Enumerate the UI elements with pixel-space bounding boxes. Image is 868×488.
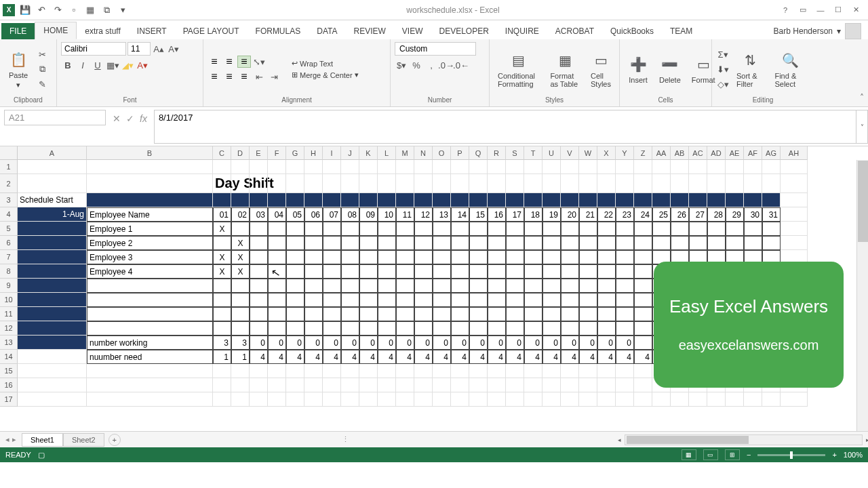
- cell[interactable]: 18: [524, 207, 542, 222]
- cell[interactable]: [579, 307, 597, 321]
- cell[interactable]: [433, 236, 451, 250]
- cell[interactable]: [726, 236, 744, 250]
- cell[interactable]: [506, 293, 524, 307]
- cell[interactable]: [524, 250, 542, 264]
- cell[interactable]: 4: [250, 350, 268, 364]
- cell[interactable]: [268, 236, 286, 250]
- cell[interactable]: [506, 364, 524, 378]
- cell[interactable]: [616, 364, 634, 378]
- outdent-icon[interactable]: ⇤: [252, 70, 266, 83]
- col-header[interactable]: L: [378, 146, 396, 160]
- cell[interactable]: [18, 378, 87, 392]
- cell[interactable]: [451, 378, 469, 392]
- cell[interactable]: 4: [451, 350, 469, 364]
- cell[interactable]: [433, 174, 451, 193]
- user-name[interactable]: Barb Henderson▾: [774, 23, 868, 39]
- cell[interactable]: [634, 378, 652, 392]
- cell[interactable]: 4: [396, 350, 414, 364]
- col-header[interactable]: P: [451, 146, 469, 160]
- cell[interactable]: [323, 364, 341, 378]
- cell[interactable]: 1-Aug: [18, 207, 87, 222]
- cell[interactable]: 0: [341, 336, 359, 350]
- cell[interactable]: [488, 174, 506, 193]
- cell[interactable]: [359, 174, 378, 193]
- cell[interactable]: 31: [762, 207, 781, 222]
- cell[interactable]: [597, 392, 616, 407]
- cell[interactable]: [396, 264, 414, 279]
- cell[interactable]: [744, 160, 762, 174]
- cell[interactable]: [286, 174, 304, 193]
- cell[interactable]: [451, 193, 469, 207]
- col-header[interactable]: D: [231, 146, 250, 160]
- format-as-table-button[interactable]: ▦Format as Table: [546, 49, 584, 89]
- cell[interactable]: [250, 293, 268, 307]
- cell[interactable]: [396, 392, 414, 407]
- cell[interactable]: [469, 293, 488, 307]
- cell[interactable]: 30: [744, 207, 762, 222]
- cell[interactable]: [652, 236, 671, 250]
- cell[interactable]: [433, 293, 451, 307]
- ribbon-options-icon[interactable]: ▭: [795, 3, 811, 17]
- cell[interactable]: [304, 307, 323, 321]
- insert-cells-button[interactable]: ➕Insert: [624, 53, 652, 85]
- cell[interactable]: X: [231, 250, 250, 264]
- cell[interactable]: [213, 279, 231, 293]
- cell[interactable]: [451, 222, 469, 236]
- cell[interactable]: [451, 160, 469, 174]
- cell[interactable]: [561, 293, 579, 307]
- cell[interactable]: [378, 307, 396, 321]
- cell[interactable]: Employee 2: [87, 236, 213, 250]
- cell[interactable]: [268, 222, 286, 236]
- cell[interactable]: [762, 222, 781, 236]
- cell[interactable]: [414, 193, 433, 207]
- cell[interactable]: [451, 236, 469, 250]
- cell[interactable]: [542, 378, 561, 392]
- cell[interactable]: 0: [469, 336, 488, 350]
- cell[interactable]: [213, 378, 231, 392]
- row-header[interactable]: 10: [0, 293, 18, 307]
- cell[interactable]: [268, 293, 286, 307]
- cell[interactable]: [341, 160, 359, 174]
- cell[interactable]: [378, 222, 396, 236]
- cell[interactable]: [433, 193, 451, 207]
- cell[interactable]: [304, 364, 323, 378]
- cell[interactable]: [634, 264, 652, 279]
- tab-insert[interactable]: INSERT: [129, 23, 175, 39]
- col-header[interactable]: AA: [652, 146, 671, 160]
- cell[interactable]: [561, 392, 579, 407]
- col-header[interactable]: K: [359, 146, 378, 160]
- cell[interactable]: [488, 279, 506, 293]
- col-header[interactable]: Y: [616, 146, 634, 160]
- cell[interactable]: [744, 236, 762, 250]
- cell[interactable]: [323, 293, 341, 307]
- vertical-scrollbar[interactable]: [856, 160, 868, 431]
- cell[interactable]: [781, 207, 808, 222]
- cell[interactable]: [744, 392, 762, 407]
- cell[interactable]: [634, 250, 652, 264]
- cell[interactable]: [488, 364, 506, 378]
- cell[interactable]: [250, 160, 268, 174]
- cell[interactable]: [506, 250, 524, 264]
- cell[interactable]: [542, 364, 561, 378]
- add-sheet-button[interactable]: +: [108, 434, 121, 446]
- cell[interactable]: [359, 236, 378, 250]
- cell[interactable]: [268, 250, 286, 264]
- cell[interactable]: [250, 364, 268, 378]
- cell[interactable]: 12: [414, 207, 433, 222]
- col-header[interactable]: AG: [762, 146, 781, 160]
- cell[interactable]: [781, 174, 808, 193]
- cell[interactable]: [359, 392, 378, 407]
- cell[interactable]: 0: [378, 336, 396, 350]
- cell[interactable]: 4: [304, 350, 323, 364]
- cell[interactable]: 4: [579, 350, 597, 364]
- cell[interactable]: [87, 392, 213, 407]
- cell[interactable]: [634, 174, 652, 193]
- cell[interactable]: [671, 174, 689, 193]
- tab-inquire[interactable]: INQUIRE: [497, 23, 547, 39]
- row-header[interactable]: 15: [0, 364, 18, 378]
- cell[interactable]: [286, 236, 304, 250]
- cell[interactable]: [18, 250, 87, 264]
- cell[interactable]: [396, 236, 414, 250]
- tab-formulas[interactable]: FORMULAS: [248, 23, 309, 39]
- cell[interactable]: [213, 236, 231, 250]
